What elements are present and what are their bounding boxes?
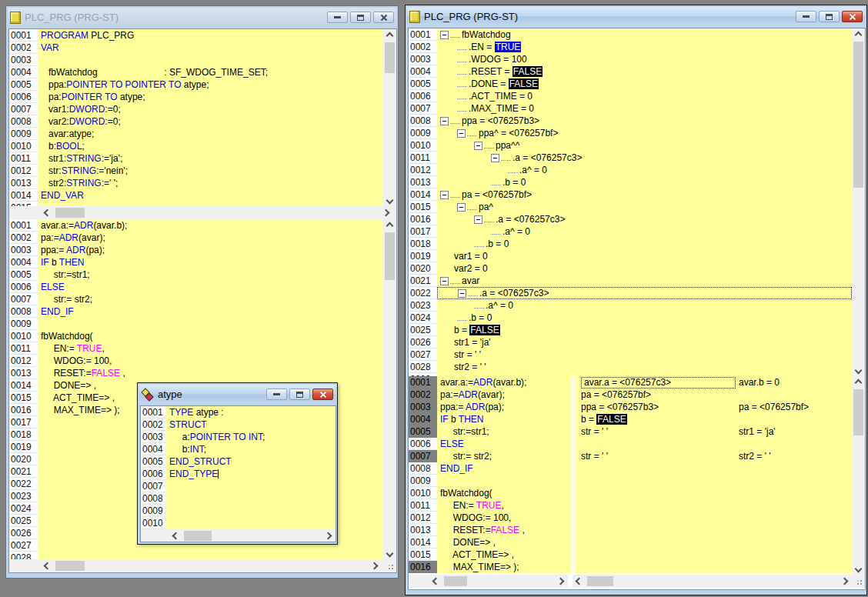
code-line[interactable]: 0013 str2:STRING:=' '; xyxy=(9,177,383,189)
left-window-titlebar[interactable]: PLC_PRG (PRG-ST) xyxy=(8,8,396,27)
code-line-content[interactable]: WDOG:= 100, xyxy=(437,512,571,524)
code-vscrollbar[interactable] xyxy=(383,219,396,559)
code-line-content[interactable] xyxy=(166,505,336,517)
code-line-content[interactable]: fbWatchdog : SF_WDOG_TIME_SET; xyxy=(38,66,383,78)
line-number[interactable]: 0011 xyxy=(409,152,437,164)
watch-row[interactable]: 0005.DONE = FALSE xyxy=(409,78,852,90)
declaration-vscrollbar[interactable] xyxy=(383,29,396,206)
watch-vscrollbar[interactable] xyxy=(852,28,865,376)
code-line[interactable]: 0004 b:INT; xyxy=(141,443,336,455)
online-code-line[interactable]: 0015 ACT_TIME=> , xyxy=(409,549,852,561)
line-number[interactable]: 0003 xyxy=(9,244,38,256)
code-line-content[interactable]: avar:atype; xyxy=(38,128,383,140)
code-line[interactable]: 0003ppa:= ADR(pa); xyxy=(9,244,383,256)
watch-row-content[interactable]: .a^ = 0 xyxy=(437,299,852,312)
line-number[interactable]: 0007 xyxy=(409,102,437,115)
restore-button[interactable] xyxy=(819,11,840,22)
code-line[interactable]: 0003 xyxy=(9,54,383,66)
online-code-line[interactable]: 0013 RESET:=FALSE , xyxy=(409,524,852,536)
watch-row[interactable]: 0004.RESET = FALSE xyxy=(409,65,852,78)
watch-row-content[interactable]: .a^ = 0 xyxy=(437,164,852,176)
code-line[interactable]: 0010 xyxy=(141,517,336,529)
code-line[interactable]: 0005 ppa:POINTER TO POINTER TO atype; xyxy=(9,78,383,91)
scroll-right-icon[interactable] xyxy=(841,578,849,585)
watch-row-content[interactable]: ppa = <076257b3> xyxy=(437,115,852,127)
watch-row-content[interactable]: avar xyxy=(437,275,852,287)
watch-row[interactable]: 0014pa = <076257bf> xyxy=(409,188,852,201)
atype-hscrollbar[interactable] xyxy=(141,529,336,542)
code-line-content[interactable]: PROGRAM PLC_PRG xyxy=(38,29,383,42)
scrollbar-thumb[interactable] xyxy=(444,576,467,586)
watch-row[interactable]: 0012.a^ = 0 xyxy=(409,164,852,176)
code-line[interactable]: 0001avar.a:=ADR(avar.b); xyxy=(9,219,383,232)
line-number[interactable]: 0014 xyxy=(409,188,437,201)
code-line-content[interactable] xyxy=(166,517,336,529)
breakpoint-line-number[interactable]: 0007 xyxy=(409,450,437,462)
line-number[interactable]: 0024 xyxy=(9,502,38,515)
code-line-content[interactable] xyxy=(38,54,383,66)
code-line[interactable]: 0004 fbWatchdog : SF_WDOG_TIME_SET; xyxy=(9,66,383,78)
watch-row-content[interactable]: str1 = 'ja' xyxy=(437,336,852,349)
line-number[interactable]: 0022 xyxy=(9,478,38,490)
line-number[interactable]: 0008 xyxy=(9,305,38,318)
code-line[interactable]: 0007 xyxy=(141,480,336,492)
line-number[interactable]: 0018 xyxy=(409,238,437,250)
code-line[interactable]: 0012 WDOG:= 100, xyxy=(9,355,383,367)
watch-row-content[interactable]: .a = <076257c3> xyxy=(437,287,852,299)
watch-row[interactable]: 0015pa^ xyxy=(409,201,852,213)
code-line-content[interactable]: RESET:=FALSE , xyxy=(38,367,383,379)
line-number[interactable]: 0005 xyxy=(9,268,38,281)
code-line-content[interactable]: ppa:= ADR(pa); xyxy=(437,401,571,413)
tree-expander-icon[interactable] xyxy=(457,203,466,212)
line-number[interactable]: 0013 xyxy=(9,177,38,189)
scrollbar-thumb[interactable] xyxy=(55,208,85,218)
inline-watch-value[interactable]: avar.a = <076257c3> xyxy=(581,377,736,389)
tree-expander-icon[interactable] xyxy=(457,129,466,138)
scroll-right-icon[interactable] xyxy=(371,562,379,570)
line-number[interactable]: 0010 xyxy=(9,330,38,342)
scroll-down-icon[interactable] xyxy=(855,565,863,573)
code-line[interactable]: 0007 var1:DWORD:=0; xyxy=(9,103,383,115)
watch-row[interactable]: 0007.MAX_TIME = 0 xyxy=(409,102,852,115)
resize-grip[interactable] xyxy=(383,559,396,572)
code-line[interactable]: 0012 str:STRING:='nein'; xyxy=(9,165,383,177)
watch-row[interactable]: 0001fbWatchdog xyxy=(409,28,852,41)
code-line[interactable]: 0010fbWatchdog( xyxy=(9,330,383,342)
code-line-content[interactable]: END_IF xyxy=(38,305,383,318)
code-line[interactable]: 0014END_VAR xyxy=(9,189,383,202)
inline-watch-value[interactable]: avar.b = 0 xyxy=(739,376,780,389)
line-number[interactable]: 0007 xyxy=(9,103,38,115)
line-number[interactable]: 0022 xyxy=(409,287,437,299)
declaration-hscrollbar[interactable] xyxy=(9,206,396,219)
line-number[interactable]: 0004 xyxy=(9,66,38,78)
code-line-content[interactable] xyxy=(38,318,383,330)
line-number[interactable]: 0004 xyxy=(141,443,166,455)
code-line[interactable]: 0009 xyxy=(141,505,336,517)
code-line[interactable]: 0002pa:=ADR(avar); xyxy=(9,232,383,244)
line-number[interactable]: 0016 xyxy=(9,404,38,416)
online-code-line[interactable]: 0001avar.a:=ADR(avar.b);avar.a = <076257… xyxy=(409,376,852,389)
watch-row-content[interactable]: .a = <076257c3> xyxy=(437,213,852,225)
code-line[interactable]: 0004IF b THEN xyxy=(9,256,383,268)
scrollbar-thumb[interactable] xyxy=(385,42,395,73)
line-number[interactable]: 0012 xyxy=(409,164,437,176)
watch-row[interactable]: 0028str2 = ' ' xyxy=(409,361,852,373)
right-window-titlebar[interactable]: PLC_PRG (PRG-ST) xyxy=(407,7,865,26)
code-line-content[interactable]: b:BOOL; xyxy=(38,140,383,152)
scroll-up-icon[interactable] xyxy=(855,379,863,387)
restore-button[interactable] xyxy=(289,389,310,400)
scroll-right-icon[interactable] xyxy=(557,578,565,585)
scroll-right-icon[interactable] xyxy=(325,532,332,540)
line-number[interactable]: 0013 xyxy=(409,176,437,188)
tree-expander-icon[interactable] xyxy=(491,154,499,162)
watch-row[interactable]: 0009ppa^ = <076257bf> xyxy=(409,127,852,139)
close-button[interactable] xyxy=(373,12,394,23)
online-code-line[interactable]: 0004IF b THENb = FALSE xyxy=(409,413,852,425)
code-line[interactable]: 0006ELSE xyxy=(9,281,383,293)
line-number[interactable]: 0004 xyxy=(409,65,437,78)
tree-expander-icon[interactable] xyxy=(458,289,466,298)
code-line[interactable]: 0008END_IF xyxy=(9,305,383,318)
line-number[interactable]: 0010 xyxy=(409,487,437,499)
code-line-content[interactable]: MAX_TIME=> ); xyxy=(437,561,571,573)
line-number[interactable]: 0005 xyxy=(141,455,166,468)
